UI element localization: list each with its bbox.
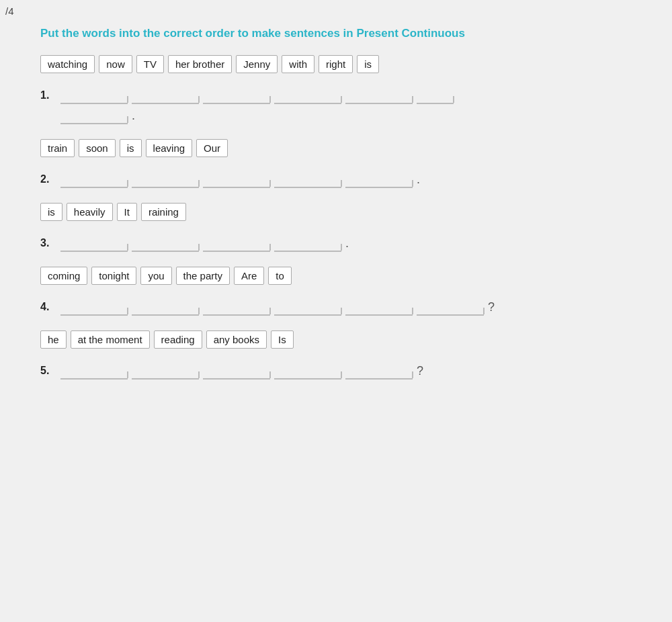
blank-4-2[interactable] [132, 297, 199, 316]
word-chip[interactable]: any books [206, 330, 267, 349]
question-mark-5: ? [417, 364, 423, 380]
blank-2-2[interactable] [132, 169, 199, 188]
sentence-5: 5. ? [40, 361, 632, 380]
page-number: /4 [5, 5, 14, 17]
period-1: . [132, 109, 135, 124]
answer-row-5: ? [60, 361, 423, 380]
blank-5-4[interactable] [274, 361, 341, 380]
answer-row-3: . [60, 233, 349, 252]
sentence-number-4: 4. [40, 297, 60, 313]
blank-2-5[interactable] [345, 169, 413, 188]
word-chip[interactable]: right [319, 55, 353, 73]
word-bank-5: he at the moment reading any books Is [40, 330, 632, 349]
word-chip[interactable]: reading [154, 330, 202, 349]
word-chip[interactable]: he [40, 330, 67, 349]
word-chip[interactable]: now [99, 55, 132, 73]
word-chip[interactable]: train [40, 139, 75, 157]
blank-2-1[interactable] [60, 169, 128, 188]
blank-3-1[interactable] [60, 233, 128, 252]
word-chip[interactable]: coming [40, 267, 87, 285]
blank-1-7[interactable] [60, 105, 128, 124]
blank-1-1[interactable] [60, 85, 128, 104]
blank-4-4[interactable] [274, 297, 341, 316]
period-3: . [345, 236, 349, 252]
blank-3-4[interactable] [274, 233, 341, 252]
blank-4-6[interactable] [417, 297, 484, 316]
blank-5-1[interactable] [60, 361, 128, 380]
word-chip[interactable]: leaving [146, 139, 193, 157]
blank-2-3[interactable] [203, 169, 270, 188]
blank-2-4[interactable] [274, 169, 341, 188]
word-chip[interactable]: Jenny [236, 55, 278, 73]
answer-row-2: . [60, 169, 420, 188]
word-chip[interactable]: her brother [168, 55, 232, 73]
blank-4-5[interactable] [345, 297, 413, 316]
answer-row-1 [60, 85, 454, 104]
word-chip[interactable]: TV [136, 55, 164, 73]
word-chip[interactable]: raining [141, 203, 186, 221]
blank-3-3[interactable] [203, 233, 270, 252]
period-2: . [417, 173, 420, 188]
word-chip[interactable]: Our [196, 139, 228, 157]
blank-5-3[interactable] [203, 361, 270, 380]
blank-4-3[interactable] [203, 297, 270, 316]
blank-5-2[interactable] [132, 361, 199, 380]
answer-row-1b: . [60, 105, 454, 124]
sentence-2: 2. . [40, 169, 632, 188]
page: /4 Put the words into the correct order … [0, 0, 672, 622]
sentence-number-3: 3. [40, 233, 60, 249]
question-mark-4: ? [488, 300, 495, 316]
sentence-1: 1. . [40, 85, 632, 124]
word-chip[interactable]: you [140, 267, 171, 285]
blank-5-5[interactable] [345, 361, 413, 380]
word-chip[interactable]: soon [79, 139, 116, 157]
blank-1-4[interactable] [274, 85, 341, 104]
word-chip[interactable]: watching [40, 55, 95, 73]
blank-1-3[interactable] [203, 85, 270, 104]
blank-1-6[interactable] [417, 85, 454, 104]
word-chip[interactable]: Are [234, 267, 264, 285]
word-chip[interactable]: at the moment [71, 330, 150, 349]
sentence-number-1: 1. [40, 85, 60, 101]
word-chip[interactable]: tonight [91, 267, 136, 285]
sentence-3: 3. . [40, 233, 632, 252]
blank-1-2[interactable] [132, 85, 199, 104]
sentence-4: 4. ? [40, 297, 632, 316]
instruction: Put the words into the correct order to … [40, 27, 632, 40]
blank-3-2[interactable] [132, 233, 199, 252]
sentence-number-2: 2. [40, 169, 60, 185]
word-chip[interactable]: is [357, 55, 379, 73]
blank-1-5[interactable] [345, 85, 413, 104]
word-chip[interactable]: It [117, 203, 137, 221]
word-chip[interactable]: Is [271, 330, 294, 349]
word-chip[interactable]: is [120, 139, 142, 157]
word-bank-3: is heavily It raining [40, 203, 632, 221]
answer-row-4: ? [60, 297, 495, 316]
blank-4-1[interactable] [60, 297, 128, 316]
word-bank-4: coming tonight you the party Are to [40, 267, 632, 285]
word-chip[interactable]: with [282, 55, 314, 73]
sentence-number-5: 5. [40, 361, 60, 377]
word-chip[interactable]: is [40, 203, 62, 221]
word-bank-1: watching now TV her brother Jenny with r… [40, 55, 632, 73]
word-chip[interactable]: heavily [67, 203, 113, 221]
word-chip[interactable]: the party [176, 267, 230, 285]
word-bank-2: train soon is leaving Our [40, 139, 632, 157]
word-chip[interactable]: to [268, 267, 292, 285]
